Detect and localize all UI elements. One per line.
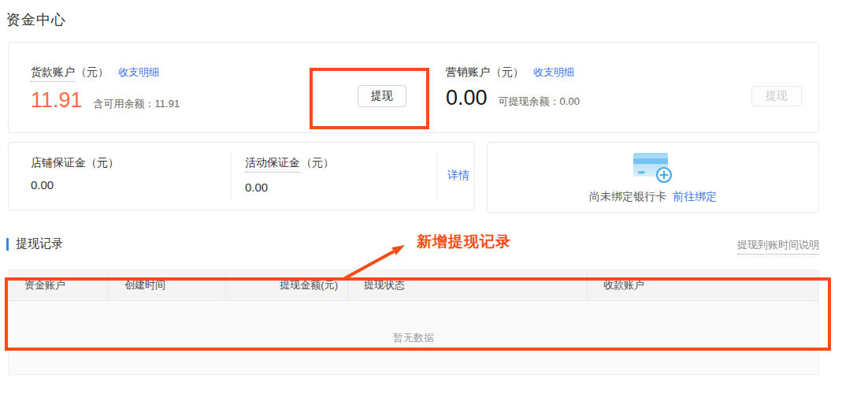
marketing-withdraw-button-disabled[interactable]: 提现 [751, 86, 802, 106]
withdraw-records-header: 提现记录 [6, 236, 63, 251]
deposits-divider-2 [436, 154, 437, 199]
bank-card-status: 尚未绑定银行卡 [589, 190, 666, 203]
deposits-card: 店铺保证金（元） 0.00 活动保证金 （元） 0.00 详情 [8, 142, 475, 210]
activity-deposit-block: 活动保证金 （元） 0.00 [245, 156, 334, 194]
column-header-fund-account: 资金账户 [9, 270, 108, 300]
deposits-divider-1 [231, 154, 232, 199]
table-header-row: 资金账户 创建时间 提现金额(元) 提现状态 收款账户 [9, 270, 818, 301]
goods-withdraw-button[interactable]: 提现 [358, 85, 406, 107]
marketing-account-block: 营销账户 （元） 收支明细 0.00 可提现余额：0.00 [446, 65, 580, 110]
bind-bank-card-link[interactable]: 前往绑定 [673, 190, 717, 203]
activity-deposit-value: 0.00 [245, 180, 334, 194]
marketing-account-unit: （元） [491, 65, 524, 80]
marketing-balance-note: 可提现余额：0.00 [499, 95, 580, 109]
goods-account-name: 货款账户 [31, 65, 75, 82]
column-header-amount: 提现金额(元) [225, 270, 347, 300]
activity-deposit-name: 活动保证金 [245, 156, 300, 173]
goods-account-unit: （元） [76, 65, 109, 80]
column-header-receiving-account: 收款账户 [587, 270, 818, 300]
marketing-statement-link[interactable]: 收支明细 [533, 65, 574, 80]
accounts-card: 货款账户 （元） 收支明细 11.91 含可用余额：11.91 营销账户 （元）… [8, 42, 819, 133]
bank-card-panel: 尚未绑定银行卡 前往绑定 [487, 142, 819, 213]
goods-account-block: 货款账户 （元） 收支明细 11.91 含可用余额：11.91 [31, 65, 180, 112]
table-empty-state: 暂无数据 [9, 301, 818, 374]
bank-card-icon [631, 151, 675, 186]
goods-balance-note: 含可用余额：11.91 [94, 97, 180, 111]
goods-balance: 11.91 [31, 88, 83, 112]
page-title: 资金中心 [6, 10, 66, 29]
marketing-balance: 0.00 [446, 86, 488, 110]
annotation-label-new-record: 新增提现记录 [417, 232, 511, 252]
shop-deposit-label: 店铺保证金（元） [31, 156, 119, 170]
withdraw-arrival-time-link[interactable]: 提现到账时间说明 [737, 238, 819, 255]
shop-deposit-value: 0.00 [31, 178, 119, 192]
goods-statement-link[interactable]: 收支明细 [118, 65, 159, 80]
deposits-detail-link[interactable]: 详情 [447, 169, 469, 183]
activity-deposit-unit: （元） [301, 156, 334, 170]
marketing-account-name: 营销账户 [446, 65, 490, 80]
accounts-divider [430, 66, 431, 110]
withdraw-records-title: 提现记录 [16, 236, 63, 251]
column-header-status: 提现状态 [347, 270, 587, 300]
column-header-create-time: 创建时间 [108, 270, 225, 300]
section-title-bar [6, 238, 9, 251]
withdraw-records-table: 资金账户 创建时间 提现金额(元) 提现状态 收款账户 暂无数据 [8, 270, 819, 375]
shop-deposit-block: 店铺保证金（元） 0.00 [31, 156, 119, 192]
